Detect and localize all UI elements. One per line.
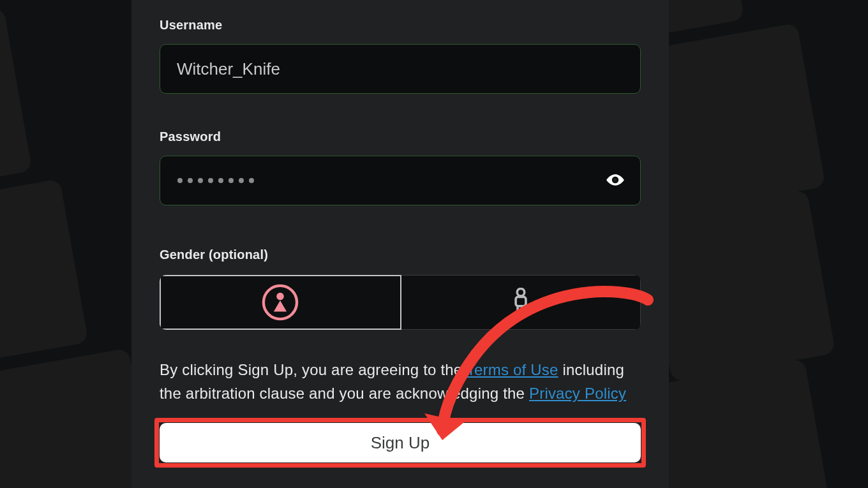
gender-selector <box>160 275 641 330</box>
password-label: Password <box>160 129 641 144</box>
password-input[interactable] <box>160 156 641 205</box>
toggle-password-visibility-icon[interactable] <box>604 169 627 192</box>
gender-option-female[interactable] <box>160 275 401 330</box>
svg-rect-4 <box>516 297 526 306</box>
male-icon <box>509 288 532 317</box>
signup-button[interactable]: Sign Up <box>160 423 641 462</box>
terms-text: By clicking Sign Up, you are agreeing to… <box>160 358 641 405</box>
gender-option-male[interactable] <box>401 275 641 330</box>
svg-point-0 <box>613 178 617 182</box>
username-input[interactable] <box>160 44 641 94</box>
terms-prefix: By clicking Sign Up, you are agreeing to… <box>160 361 467 378</box>
female-icon <box>262 284 299 321</box>
svg-rect-5 <box>518 306 524 315</box>
svg-point-3 <box>517 288 525 296</box>
signup-panel: Username Password Gender (optional) <box>131 0 669 488</box>
svg-point-2 <box>276 293 284 300</box>
username-label: Username <box>160 18 641 33</box>
terms-of-use-link[interactable]: Terms of Use <box>467 361 558 378</box>
gender-label: Gender (optional) <box>160 248 641 262</box>
privacy-policy-link[interactable]: Privacy Policy <box>529 385 626 402</box>
